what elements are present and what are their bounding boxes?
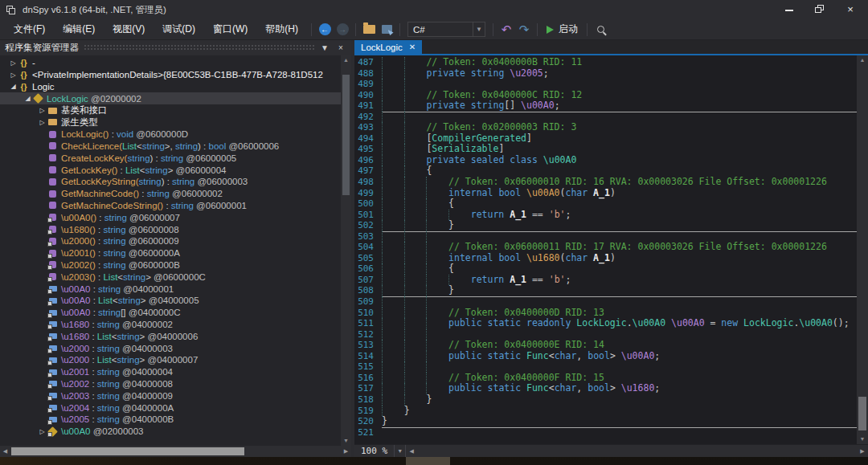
code-line: 495[Serializable] [354,144,857,155]
open-button[interactable] [360,22,378,38]
tree-item[interactable]: \u2000 : string @04000003 [0,342,341,354]
back-button[interactable]: ← [316,22,334,38]
search-button[interactable] [592,22,609,38]
tree-item[interactable]: ▷派生类型 [0,116,341,128]
tree-item[interactable]: \u2003() : List<string> @0600000C [0,271,341,283]
menu-edit[interactable]: 编辑(E) [54,19,104,39]
tree-item[interactable]: ▷\u00A0 @02000003 [0,426,341,438]
indent-guide [382,285,404,296]
tree-item[interactable]: ▷{}<PrivateImplementationDetails>{8E00C5… [0,69,341,81]
indent-guide [404,296,427,308]
tree-item[interactable]: GetMachineCodeString() : string @0600000… [0,200,341,212]
tree-item[interactable]: \u1680 : List<string> @04000006 [0,330,341,342]
tree-horizontal-scrollbar[interactable]: ◀ ▶ [0,446,351,457]
language-combobox[interactable]: C# ▼ [407,22,485,37]
menu-file[interactable]: 文件(F) [5,19,54,39]
line-number: 487 [354,57,382,68]
editor-horizontal-scrollbar[interactable]: ◀ ▶ [406,445,868,457]
undo-button[interactable]: ↶ [497,22,515,38]
tree-item[interactable]: \u00A0 : List<string> @04000005 [0,295,341,307]
tab-close-icon[interactable]: ✕ [409,43,416,51]
tree-item[interactable]: GetLockKey() : List<string> @06000004 [0,164,341,176]
menu-view[interactable]: 视图(V) [104,19,154,39]
tree-item[interactable]: \u1680 : string @04000002 [0,319,341,331]
indent-guide [404,144,427,155]
tab-locklogic[interactable]: LockLogic ✕ [354,40,422,54]
expander-icon[interactable]: ▷ [37,428,47,435]
chevron-down-icon[interactable]: ▼ [473,22,485,36]
minimize-icon[interactable] [784,5,794,14]
scroll-up-icon[interactable]: ▲ [343,55,349,65]
tree-item[interactable]: CreateLockKey(string) : string @06000005 [0,152,341,164]
expander-icon[interactable]: ▷ [37,107,47,114]
line-number: 521 [354,427,382,438]
indent-guide [382,406,404,417]
redo-button[interactable]: ↷ [515,22,533,38]
expander-icon[interactable]: ▷ [8,71,18,79]
expander-icon[interactable]: ▷ [8,59,18,67]
tree-item[interactable]: GetMachineCode() : string @06000002 [0,188,341,200]
indent-guide [382,263,404,275]
panel-menu-chevron-icon[interactable]: ▼ [319,43,330,52]
indent-guide [448,210,471,221]
menu-window[interactable]: 窗口(W) [204,19,256,39]
indent-guide [404,373,427,384]
tree-item[interactable]: ◢{}Logic [0,81,341,93]
decompiled-code[interactable]: 487// Token: 0x0400000B RID: 11488privat… [354,55,857,444]
tree-item[interactable]: \u00A0 : string[] @0400000C [0,307,341,319]
scroll-down-icon[interactable]: ▼ [857,434,868,444]
forward-button[interactable]: → [334,22,351,38]
tree-item-label: \u1680() : string @06000008 [61,225,179,235]
tree-item[interactable]: \u2002() : string @0600000B [0,259,341,271]
tree-item[interactable]: \u00A0() : string @06000007 [0,211,341,223]
tree-item[interactable]: ▷{}- [0,57,341,69]
start-button[interactable]: 启动 [542,22,583,38]
zoom-combobox[interactable]: 100 % ▼ [354,445,406,457]
scrollbar-thumb[interactable] [11,447,244,455]
scroll-up-icon[interactable]: ▲ [857,55,868,65]
menu-help[interactable]: 帮助(H) [256,19,307,39]
scrollbar-thumb[interactable] [342,75,350,195]
scrollbar-thumb[interactable] [858,397,866,430]
tree-item[interactable]: \u2005 : string @0400000B [0,414,341,426]
tree-item[interactable]: \u00A0 : string @04000001 [0,283,341,295]
tree-item[interactable]: ◢LockLogic @02000002 [0,92,341,104]
editor-vertical-scrollbar[interactable]: ▲ ▼ [857,55,868,444]
tree-item[interactable]: CheckLicence(List<string>, string) : boo… [0,141,341,153]
expander-icon[interactable]: ◢ [23,95,33,102]
private-method-icon [47,272,58,281]
menu-toolbar: 文件(F) 编辑(E) 视图(V) 调试(D) 窗口(W) 帮助(H) ← → … [0,19,868,40]
tree-item[interactable]: \u2003 : string @04000009 [0,390,341,402]
indent-guide [404,90,427,101]
taskbar-button[interactable] [406,457,450,465]
tree-item[interactable]: \u2001() : string @0600000A [0,247,341,259]
tree-item[interactable]: \u1680() : string @06000008 [0,223,341,235]
expander-icon[interactable]: ▷ [37,119,47,126]
chevron-down-icon[interactable]: ▼ [394,445,405,457]
tree-vertical-scrollbar[interactable]: ▲ ▼ [341,55,351,446]
reload-modules-button[interactable] [378,22,395,38]
indent-guide [404,188,427,199]
tree-item[interactable]: ▷基类和接口 [0,104,341,116]
close-icon[interactable]: × [845,5,855,14]
panel-close-icon[interactable]: × [335,43,346,52]
tree-item[interactable]: \u2004 : string @0400000A [0,402,341,414]
code-line: 505internal bool \u1680(char A_1) [354,253,857,264]
scroll-left-icon[interactable]: ◀ [0,448,10,455]
restore-icon[interactable] [815,5,825,14]
code-line: 500{ [354,198,857,210]
folder-icon [47,118,58,127]
scroll-right-icon[interactable]: ▶ [341,448,351,455]
code-editor-panel: LockLogic ✕ 487// Token: 0x0400000B RID:… [354,40,868,457]
expander-icon[interactable]: ◢ [8,83,18,90]
tree-item[interactable]: \u2000() : string @06000009 [0,235,341,247]
scroll-down-icon[interactable]: ▼ [343,436,349,446]
tree-item[interactable]: LockLogic() : void @0600000D [0,128,341,141]
tree-item[interactable]: \u2000 : List<string> @04000007 [0,354,341,366]
menu-debug[interactable]: 调试(D) [154,19,204,39]
tree-item[interactable]: \u2001 : string @04000004 [0,366,341,378]
tree-item[interactable]: \u2002 : string @04000008 [0,378,341,390]
scroll-left-icon[interactable]: ◀ [406,448,417,455]
scroll-right-icon[interactable]: ▶ [857,448,868,455]
tree-item[interactable]: GetLockKeyString(string) : string @06000… [0,176,341,188]
